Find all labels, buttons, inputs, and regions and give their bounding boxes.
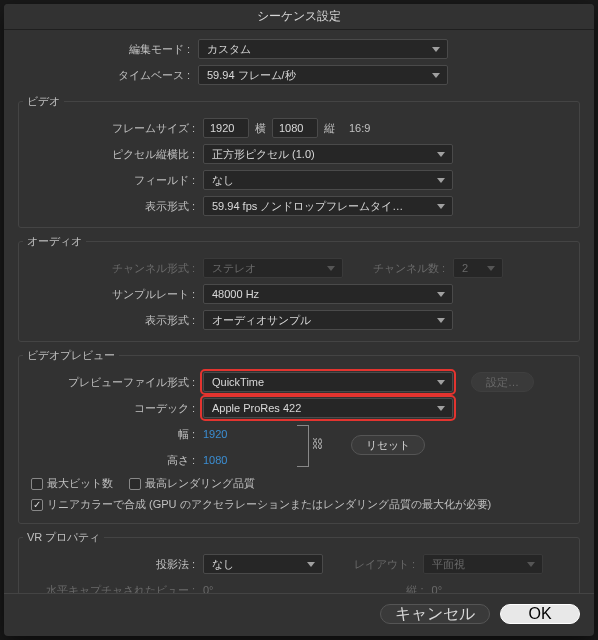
codec-dropdown[interactable]: Apple ProRes 422 <box>203 398 453 418</box>
audio-display-label: 表示形式 : <box>23 313 203 328</box>
frame-height-unit: 縦 <box>324 121 335 136</box>
video-preview-legend: ビデオプレビュー <box>23 348 119 363</box>
audio-section: オーディオ チャンネル形式 : ステレオ チャンネル数 : 2 サンプルレート … <box>18 234 580 342</box>
frame-width-unit: 横 <box>255 121 266 136</box>
dialog-footer: キャンセル OK <box>4 593 594 636</box>
reset-button[interactable]: リセット <box>351 435 425 455</box>
frame-height-input[interactable]: 1080 <box>272 118 318 138</box>
projection-label: 投影法 : <box>23 557 203 572</box>
preview-width-label: 幅 : <box>23 427 203 442</box>
edit-mode-label: 編集モード : <box>18 42 198 57</box>
audio-display-dropdown[interactable]: オーディオサンプル <box>203 310 453 330</box>
channel-count-label: チャンネル数 : <box>343 261 453 276</box>
video-display-dropdown[interactable]: 59.94 fps ノンドロップフレームタイ… <box>203 196 453 216</box>
sample-rate-label: サンプルレート : <box>23 287 203 302</box>
preview-file-format-label: プレビューファイル形式 : <box>23 375 203 390</box>
edit-mode-dropdown[interactable]: カスタム <box>198 39 448 59</box>
layout-dropdown: 平面視 <box>423 554 543 574</box>
channel-format-label: チャンネル形式 : <box>23 261 203 276</box>
channel-count-dropdown: 2 <box>453 258 503 278</box>
frame-aspect: 16:9 <box>349 122 370 134</box>
projection-dropdown[interactable]: なし <box>203 554 323 574</box>
layout-label: レイアウト : <box>323 557 423 572</box>
channel-format-dropdown: ステレオ <box>203 258 343 278</box>
video-display-label: 表示形式 : <box>23 199 203 214</box>
pixel-aspect-dropdown[interactable]: 正方形ピクセル (1.0) <box>203 144 453 164</box>
pixel-aspect-label: ピクセル縦横比 : <box>23 147 203 162</box>
ok-button[interactable]: OK <box>500 604 580 624</box>
sample-rate-dropdown[interactable]: 48000 Hz <box>203 284 453 304</box>
dialog-title: シーケンス設定 <box>4 4 594 30</box>
horiz-view-label: 水平キャプチャされたビュー : <box>23 583 203 594</box>
frame-width-input[interactable]: 1920 <box>203 118 249 138</box>
field-label: フィールド : <box>23 173 203 188</box>
cancel-button[interactable]: キャンセル <box>380 604 490 624</box>
linear-color-checkbox[interactable]: リニアカラーで合成 (GPU のアクセラレーションまたはレンダリング品質の最大化… <box>31 497 491 512</box>
video-legend: ビデオ <box>23 94 64 109</box>
link-bracket-icon <box>297 425 309 467</box>
timebase-dropdown[interactable]: 59.94 フレーム/秒 <box>198 65 448 85</box>
audio-legend: オーディオ <box>23 234 86 249</box>
vert-view-value: 0° <box>432 584 443 593</box>
timebase-label: タイムベース : <box>18 68 198 83</box>
preview-file-format-dropdown[interactable]: QuickTime <box>203 372 453 392</box>
field-dropdown[interactable]: なし <box>203 170 453 190</box>
horiz-view-value: 0° <box>203 584 214 593</box>
dialog-content: 編集モード : カスタム タイムベース : 59.94 フレーム/秒 ビデオ フ… <box>4 30 594 593</box>
video-section: ビデオ フレームサイズ : 1920 横 1080 縦 16:9 ピクセル縦横比… <box>18 94 580 228</box>
vr-legend: VR プロパティ <box>23 530 104 545</box>
vr-section: VR プロパティ 投影法 : なし レイアウト : 平面視 水平キャプチャされた… <box>18 530 580 593</box>
max-bit-depth-checkbox[interactable]: 最大ビット数 <box>31 476 113 491</box>
max-render-quality-checkbox[interactable]: 最高レンダリング品質 <box>129 476 255 491</box>
video-preview-section: ビデオプレビュー プレビューファイル形式 : QuickTime 設定… コーデ… <box>18 348 580 524</box>
preview-height-value[interactable]: 1080 <box>203 454 227 466</box>
chain-link-icon[interactable]: ⛓ <box>309 437 327 451</box>
preview-height-label: 高さ : <box>23 453 203 468</box>
sequence-settings-dialog: シーケンス設定 編集モード : カスタム タイムベース : 59.94 フレーム… <box>4 4 594 636</box>
frame-size-label: フレームサイズ : <box>23 121 203 136</box>
configure-button: 設定… <box>471 372 534 392</box>
preview-width-value[interactable]: 1920 <box>203 428 227 440</box>
vert-view-label: 縦 : <box>214 583 432 594</box>
codec-label: コーデック : <box>23 401 203 416</box>
